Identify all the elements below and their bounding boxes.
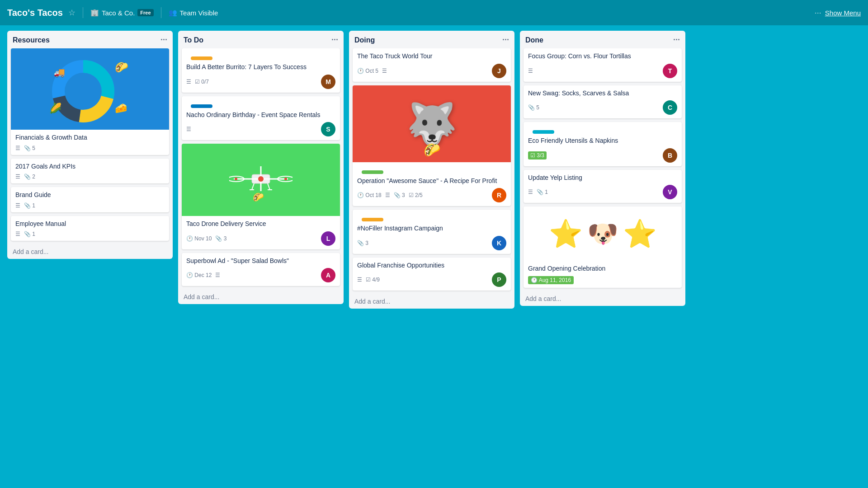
card-body-grandopening: Grand Opening Celebration 🕐 Aug 11, 2016 (524, 261, 682, 288)
svg-point-15 (258, 176, 264, 182)
card-body-goals: 2017 Goals And KPIs ☰ 📎 2 (11, 159, 169, 184)
column-header-resources: Resources ··· (7, 31, 173, 48)
avatar-franchise: P (492, 272, 506, 287)
card-body-awesomesauce: Operation "Awesome Sauce" - A Recipe For… (353, 162, 511, 206)
visibility-info[interactable]: 👥 Team Visible (169, 9, 218, 17)
card-awesomesauce[interactable]: 🐺 🌮 Operation "Awesome Sauce" - A Recipe… (353, 85, 511, 206)
card-meta-left-yelp: ☰ 📎 1 (528, 189, 548, 195)
card-title-eco: Eco Friendly Utensils & Napkins (528, 136, 677, 145)
meta-attach-goals: 📎 2 (24, 174, 35, 180)
card-franchise[interactable]: Global Franchise Opportunities ☰ ☑ 4/9 P (353, 258, 511, 291)
meta-list-superbowl: ☰ (215, 272, 220, 278)
avatar-swag: C (663, 100, 677, 115)
avatar-yelp: V (663, 185, 677, 199)
card-meta-goals: ☰ 📎 2 (15, 174, 165, 180)
card-brand[interactable]: Brand Guide ☰ 📎 1 (11, 187, 169, 212)
meta-checklist-awesomesauce: ☑ 2/5 (409, 192, 423, 198)
free-badge: Free (137, 9, 153, 16)
card-eco[interactable]: Eco Friendly Utensils & Napkins ☑ 3/3 B (524, 122, 682, 166)
show-menu-button[interactable]: Show Menu (825, 9, 861, 17)
card-body-eco: Eco Friendly Utensils & Napkins ☑ 3/3 B (524, 122, 682, 166)
card-body-burrito: Build A Better Burrito: 7 Layers To Succ… (182, 48, 340, 93)
column-menu-todo[interactable]: ··· (331, 35, 338, 45)
card-label-burrito (191, 56, 212, 60)
card-yelp[interactable]: Update Yelp Listing ☰ 📎 1 V (524, 170, 682, 203)
column-todo: To Do ··· Build A Better Burrito: 7 Laye… (178, 31, 344, 304)
meta-attach-swag: 📎 5 (528, 104, 539, 111)
column-header-doing: Doing ··· (349, 31, 514, 48)
card-title-financials: Financials & Growth Data (15, 133, 165, 142)
card-manual[interactable]: Employee Manual ☰ 📎 1 (11, 216, 169, 241)
card-title-superbowl: Superbowl Ad - "Super Salad Bowls" (186, 257, 335, 266)
card-meta-left-tacoworld: 🕐 Oct 5 ☰ (357, 68, 387, 74)
avatar-superbowl: A (321, 268, 335, 282)
add-card-todo[interactable]: Add a card... (178, 290, 344, 304)
card-meta-franchise: ☰ ☑ 4/9 P (357, 272, 506, 287)
header-divider (83, 7, 83, 18)
card-label-birthday (191, 104, 212, 108)
add-card-done[interactable]: Add a card... (520, 291, 685, 306)
card-meta-left-brand: ☰ 📎 1 (15, 202, 35, 209)
column-header-done: Done ··· (520, 31, 685, 48)
svg-line-17 (268, 183, 270, 190)
card-body-swag: New Swag: Socks, Scarves & Salsa 📎 5 C (524, 85, 682, 119)
star-icon[interactable]: ☆ (68, 8, 75, 18)
meta-attach-drone: 📎 3 (215, 235, 226, 242)
avatar-birthday: S (321, 122, 335, 136)
card-instagram[interactable]: #NoFiller Instagram Campaign 📎 3 K (353, 210, 511, 254)
card-meta-birthday: ☰ S (186, 122, 335, 136)
card-grandopening[interactable]: ⭐ 🐶 ⭐ Grand Opening Celebration 🕐 Aug 11… (524, 206, 682, 288)
card-title-instagram: #NoFiller Instagram Campaign (357, 224, 506, 233)
org-icon: 🏢 (90, 9, 99, 17)
column-menu-resources[interactable]: ··· (160, 35, 167, 45)
card-body-manual: Employee Manual ☰ 📎 1 (11, 216, 169, 241)
card-meta-left-drone: 🕐 Nov 10 📎 3 (186, 235, 226, 242)
card-body-birthday: Nacho Ordinary Birthday - Event Space Re… (182, 96, 340, 141)
header-ellipsis: ··· (815, 8, 821, 18)
card-title-grandopening: Grand Opening Celebration (528, 264, 677, 273)
card-label-eco (533, 130, 554, 134)
card-financials[interactable]: 🌮 🚚 🌽 🧀 Financials & Growth Data ☰ 📎 5 (11, 48, 169, 155)
board-title: Taco's Tacos (7, 8, 63, 18)
card-tacoworld[interactable]: The Taco Truck World Tour 🕐 Oct 5 ☰ J (353, 48, 511, 82)
column-body-resources: 🌮 🚚 🌽 🧀 Financials & Growth Data ☰ 📎 5 (7, 48, 173, 244)
card-body-instagram: #NoFiller Instagram Campaign 📎 3 K (353, 210, 511, 254)
svg-text:🌮: 🌮 (253, 192, 264, 202)
card-meta-left-grandopening: 🕐 Aug 11, 2016 (528, 276, 574, 284)
card-label-awesomesauce (362, 170, 383, 174)
card-meta-left-awesomesauce: 🕐 Oct 18 ☰ 📎 3 ☑ 2/5 (357, 192, 423, 198)
card-meta-manual: ☰ 📎 1 (15, 231, 165, 237)
meta-list-birthday: ☰ (186, 126, 191, 132)
card-swag[interactable]: New Swag: Socks, Scarves & Salsa 📎 5 C (524, 85, 682, 119)
avatar-drone: L (321, 231, 335, 246)
card-meta-tacoworld: 🕐 Oct 5 ☰ J (357, 64, 506, 78)
card-birthday[interactable]: Nacho Ordinary Birthday - Event Space Re… (182, 96, 340, 141)
card-body-brand: Brand Guide ☰ 📎 1 (11, 187, 169, 212)
avatar-instagram: K (492, 236, 506, 250)
card-drone[interactable]: 🌮 Taco Drone Delivery Service 🕐 Nov 10 📎… (182, 144, 340, 249)
card-cornflour[interactable]: Focus Group: Corn vs. Flour Tortillas ☰ … (524, 48, 682, 82)
org-name: Taco & Co. (102, 9, 135, 17)
card-meta-burrito: ☰ ☑ 0/7 M (186, 75, 335, 89)
meta-list-financials: ☰ (15, 145, 20, 151)
svg-text:🌽: 🌽 (49, 102, 62, 114)
card-meta-financials: ☰ 📎 5 (15, 145, 165, 151)
meta-list-burrito: ☰ (186, 79, 191, 85)
card-meta-left-financials: ☰ 📎 5 (15, 145, 35, 151)
card-title-tacoworld: The Taco Truck World Tour (357, 52, 506, 61)
meta-checklist-burrito: ☑ 0/7 (195, 79, 209, 85)
column-menu-doing[interactable]: ··· (502, 35, 509, 45)
column-menu-done[interactable]: ··· (673, 35, 680, 45)
card-burrito[interactable]: Build A Better Burrito: 7 Layers To Succ… (182, 48, 340, 93)
meta-attach-instagram: 📎 3 (357, 240, 368, 246)
add-card-doing[interactable]: Add a card... (349, 294, 514, 309)
card-image-celebration: ⭐ 🐶 ⭐ (524, 206, 682, 261)
card-goals[interactable]: 2017 Goals And KPIs ☰ 📎 2 (11, 159, 169, 184)
column-resources: Resources ··· 🌮 (7, 31, 173, 259)
header-divider2 (161, 7, 161, 18)
add-card-resources[interactable]: Add a card... (7, 244, 173, 259)
card-title-manual: Employee Manual (15, 220, 165, 229)
card-superbowl[interactable]: Superbowl Ad - "Super Salad Bowls" 🕐 Dec… (182, 253, 340, 286)
card-meta-swag: 📎 5 C (528, 100, 677, 115)
column-title-resources: Resources (13, 36, 50, 44)
